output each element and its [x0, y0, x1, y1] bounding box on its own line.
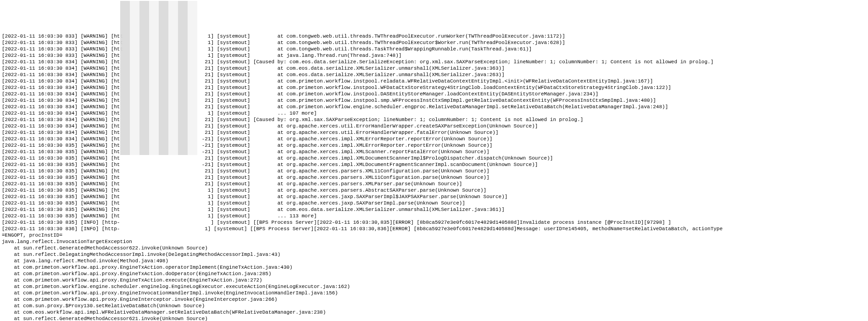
- log-line: java.lang.reflect.InvocationTargetExcept…: [2, 238, 866, 245]
- log-line: at com.primeton.workflow.api.proxy.Engin…: [2, 290, 866, 296]
- log-line: [2022-01-11 16:03:30 834] [WARNING] [ht …: [2, 116, 866, 123]
- log-line: at sun.reflect.GeneratedMethodAccessor62…: [2, 315, 866, 321]
- log-line: [2022-01-11 16:03:30 835] [WARNING] [ht …: [2, 200, 866, 206]
- log-line: at com.sun.proxy.$Proxy130.setRelativeDa…: [2, 303, 866, 309]
- log-output: [2022-01-11 16:03:30 833] [WARNING] [htt…: [0, 32, 868, 321]
- log-line: [2022-01-11 16:03:30 834] [WARNING] [ht …: [2, 97, 866, 104]
- log-line: [2022-01-11 16:03:30 834] [WARNING] [ht …: [2, 110, 866, 116]
- log-line: at sun.reflect.GeneratedMethodAccessor62…: [2, 245, 866, 251]
- log-line: [2022-01-11 16:03:30 833] [WARNING] [htt…: [2, 46, 866, 52]
- log-line: [2022-01-11 16:03:30 834] [WARNING] [ht …: [2, 136, 866, 142]
- log-line: [2022-01-11 16:03:30 834] [WARNING] [ht …: [2, 59, 866, 65]
- log-line: at com.primeton.workflow.api.proxy.Engin…: [2, 271, 866, 277]
- redaction-mask: [120, 6, 197, 20]
- log-line: [2022-01-11 16:03:30 834] [WARNING] [ht …: [2, 123, 866, 129]
- log-line: at com.eos.workflow.api.impl.WFRelativeD…: [2, 309, 866, 315]
- log-line: at com.primeton.workflow.api.proxy.Engin…: [2, 264, 866, 271]
- log-line: [2022-01-11 16:03:30 835] [WARNING] [ht …: [2, 149, 866, 155]
- log-line: [2022-01-11 16:03:30 835] [WARNING] [ht …: [2, 161, 866, 168]
- log-line: [2022-01-11 16:03:30 833] [WARNING] [ht …: [2, 52, 866, 59]
- log-line: =ENGOPT, procInstID=: [2, 232, 866, 238]
- log-line: [2022-01-11 16:03:30 835] [WARNING] [ht …: [2, 142, 866, 149]
- log-line: [2022-01-11 16:03:30 835] [WARNING] [ht …: [2, 194, 866, 200]
- log-line: [2022-01-11 16:03:30 833] [WARNING] [htt…: [2, 39, 866, 46]
- log-line: at sun.reflect.DelegatingMethodAccessorI…: [2, 251, 866, 258]
- log-line: [2022-01-11 16:03:30 836] [INFO] [http- …: [2, 226, 866, 232]
- log-line: [2022-01-11 16:03:30 834] [WARNING] [ht …: [2, 91, 866, 97]
- log-line: [2022-01-11 16:03:30 835] [WARNING] [ht …: [2, 181, 866, 187]
- log-line: [2022-01-11 16:03:30 834] [WARNING] [ht …: [2, 65, 866, 72]
- log-line: [2022-01-11 16:03:30 834] [WARNING] [ht …: [2, 129, 866, 136]
- log-line: [2022-01-11 16:03:30 834] [WARNING] [ht …: [2, 104, 866, 110]
- log-line: [2022-01-11 16:03:30 835] [WARNING] [ht …: [2, 206, 866, 213]
- log-line: [2022-01-11 16:03:30 834] [WARNING] [ht …: [2, 72, 866, 78]
- log-line: at com.primeton.workflow.engine.schedule…: [2, 283, 866, 290]
- log-line: [2022-01-11 16:03:30 835] [WARNING] [ht …: [2, 155, 866, 161]
- log-line: [2022-01-11 16:03:30 835] [WARNING] [ht …: [2, 174, 866, 181]
- log-line: at java.lang.reflect.Method.invoke(Metho…: [2, 258, 866, 264]
- log-line: [2022-01-11 16:03:30 835] [WARNING] [ht …: [2, 168, 866, 174]
- log-line: [2022-01-11 16:03:30 835] [WARNING] [ht …: [2, 213, 866, 219]
- log-line: at com.primeton.workflow.api.proxy.Engin…: [2, 277, 866, 283]
- log-line: [2022-01-11 16:03:30 833] [WARNING] [htt…: [2, 33, 866, 39]
- log-line: at com.primeton.workflow.api.proxy.Engin…: [2, 296, 866, 303]
- log-line: [2022-01-11 16:03:30 835] [INFO] [http- …: [2, 219, 866, 226]
- log-line: [2022-01-11 16:03:30 835] [WARNING] [ht …: [2, 187, 866, 194]
- log-line: [2022-01-11 16:03:30 834] [WARNING] [ht …: [2, 84, 866, 91]
- log-line: [2022-01-11 16:03:30 834] [WARNING] [ht …: [2, 78, 866, 84]
